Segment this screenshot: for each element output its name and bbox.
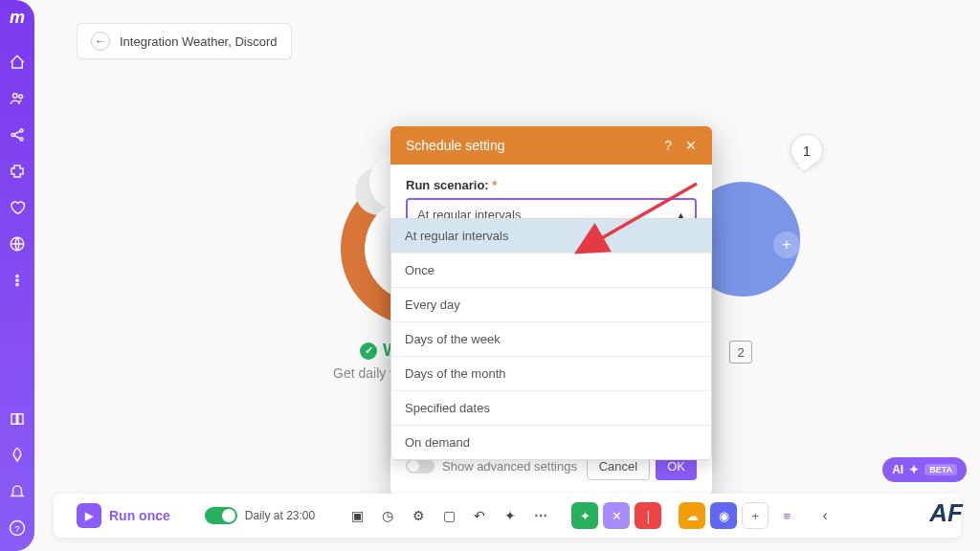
option-specified-dates[interactable]: Specified dates xyxy=(391,391,711,426)
svg-point-0 xyxy=(13,94,18,99)
advanced-toggle[interactable]: Show advanced settings xyxy=(406,458,577,474)
home-icon[interactable] xyxy=(8,53,27,72)
clock-icon[interactable]: ◷ xyxy=(374,502,401,529)
svg-text:?: ? xyxy=(14,523,20,534)
sparkle-icon: ✦ xyxy=(909,463,919,476)
gear-icon[interactable]: ⚙ xyxy=(405,502,432,529)
sidebar: m ? xyxy=(0,0,34,551)
option-once[interactable]: Once xyxy=(391,253,711,288)
bottom-toolbar: ▶ Run once Daily at 23:00 ▣ ◷ ⚙ ▢ ↶ ✦ ⋯ … xyxy=(54,494,961,538)
rocket-icon[interactable] xyxy=(8,446,27,465)
filter-icon[interactable]: ≡ xyxy=(773,502,800,529)
schedule-toggle[interactable]: Daily at 23:00 xyxy=(195,503,324,528)
more-icon[interactable] xyxy=(8,271,27,290)
option-every-day[interactable]: Every day xyxy=(391,288,711,322)
toggle-switch-icon[interactable] xyxy=(406,458,434,474)
option-regular-intervals[interactable]: At regular intervals xyxy=(391,219,711,253)
app-icon-weather[interactable]: ☁ xyxy=(679,502,705,529)
field-label: Run scenario: * xyxy=(406,178,697,192)
svg-point-2 xyxy=(11,134,14,137)
app-icon-3[interactable]: ❘ xyxy=(635,502,661,529)
option-on-demand[interactable]: On demand xyxy=(391,426,711,459)
bundle-badge-2[interactable]: 2 xyxy=(729,341,752,364)
svg-point-8 xyxy=(16,283,18,285)
globe-icon[interactable] xyxy=(8,234,27,253)
play-icon: ▶ xyxy=(77,503,101,528)
svg-point-6 xyxy=(16,275,18,276)
logo: m xyxy=(10,8,25,28)
modal-header: Schedule setting ? ✕ xyxy=(390,126,712,165)
app-icon-2[interactable]: ✕ xyxy=(603,502,630,529)
book-icon[interactable] xyxy=(8,409,27,429)
more-icon[interactable]: ⋯ xyxy=(527,502,554,529)
run-scenario-dropdown: At regular intervals Once Every day Days… xyxy=(390,218,712,460)
team-icon[interactable] xyxy=(8,89,27,108)
add-module-button[interactable]: + xyxy=(773,231,800,258)
ai-badge[interactable]: AI ✦ BETA xyxy=(882,457,967,482)
option-days-month[interactable]: Days of the month xyxy=(391,357,711,391)
share-icon[interactable] xyxy=(8,125,27,144)
app-icon-discord[interactable]: ◉ xyxy=(710,502,737,529)
undo-icon[interactable]: ↶ xyxy=(466,502,493,529)
bell-icon[interactable] xyxy=(8,482,27,501)
puzzle-icon[interactable] xyxy=(8,162,27,181)
option-days-week[interactable]: Days of the week xyxy=(391,322,711,357)
note-icon[interactable]: ▢ xyxy=(435,502,462,529)
save-icon[interactable]: ▣ xyxy=(344,502,370,529)
bundle-badge-1[interactable]: 1 xyxy=(791,134,823,166)
run-once-button[interactable]: ▶ Run once xyxy=(65,497,182,534)
help-icon[interactable]: ? xyxy=(664,138,672,153)
toggle-on-icon[interactable] xyxy=(205,507,237,524)
modal-title: Schedule setting xyxy=(406,138,505,153)
add-app-icon[interactable]: + xyxy=(742,502,768,529)
app-icon-1[interactable]: ✦ xyxy=(571,502,598,529)
help-icon[interactable]: ? xyxy=(8,518,27,538)
svg-point-7 xyxy=(16,279,18,281)
chevron-left-icon[interactable]: ‹ xyxy=(812,502,838,529)
af-logo: AF xyxy=(929,498,963,528)
check-icon: ✓ xyxy=(360,342,377,360)
svg-point-4 xyxy=(20,138,23,141)
heart-icon[interactable] xyxy=(8,198,27,217)
close-icon[interactable]: ✕ xyxy=(685,138,697,153)
svg-point-3 xyxy=(20,129,23,132)
svg-point-1 xyxy=(19,95,23,99)
magic-icon[interactable]: ✦ xyxy=(497,502,523,529)
